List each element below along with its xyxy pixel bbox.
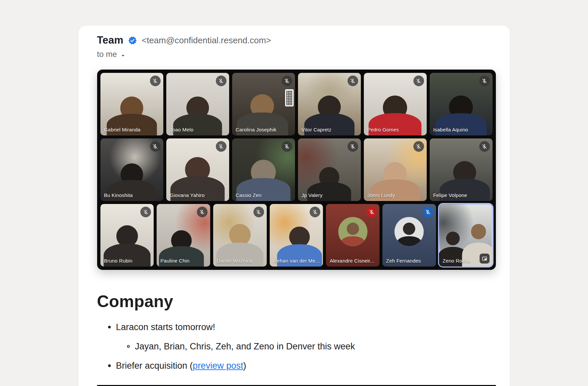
chevron-down-icon — [120, 52, 126, 58]
participant-tile[interactable]: Cassio Zen — [232, 138, 295, 201]
participant-name: Bruno Rubin — [104, 258, 133, 264]
bullet-list: Laracon starts tomorrow! Jayan, Brian, C… — [97, 321, 496, 372]
sender-name: Team — [97, 34, 123, 46]
participant-name: Carolina Josephik — [236, 127, 277, 132]
participant-tile[interactable]: Danilo Woznica — [213, 204, 267, 267]
bullet-marker-circle — [127, 345, 130, 348]
sender-email: <team@confidential.resend.com> — [142, 35, 271, 46]
grid-row: Bruno Rubin Pauline Chin Danilo Woznica … — [100, 204, 493, 267]
participant-name: Jp Valery — [302, 192, 323, 198]
mic-muted-icon — [253, 207, 264, 217]
participant-tile[interactable]: Zeno Rocha — [439, 204, 493, 267]
participant-tile[interactable]: Jonni Lundy — [364, 138, 427, 201]
mic-muted-icon — [150, 76, 161, 86]
avatar-torso — [397, 236, 421, 246]
preview-post-link[interactable]: preview post — [193, 361, 243, 371]
participant-tile[interactable]: Bu Kinoshita — [100, 138, 163, 201]
avatar — [338, 217, 368, 246]
verified-badge-icon — [128, 36, 137, 45]
participant-name: Pedro Gomes — [368, 127, 399, 132]
mic-muted-icon — [282, 76, 292, 86]
grid-row: Bu Kinoshita Giovana Yahiro Cassio Zen J… — [100, 138, 493, 201]
recipient-label: to me — [97, 50, 117, 59]
participant-name: Bu Kinoshita — [104, 192, 133, 198]
participant-tile[interactable]: Vitor Capretz — [298, 73, 361, 135]
participant-name: Rehan van der Me... — [273, 258, 320, 264]
mic-muted-icon — [479, 141, 490, 152]
bullet-laracon: Laracon starts tomorrow! — [97, 321, 496, 333]
participant-tile[interactable]: Carolina Josephik — [232, 73, 295, 135]
recipient-dropdown[interactable]: to me — [97, 50, 126, 59]
email-card: Team <team@confidential.resend.com> to m… — [78, 26, 510, 386]
participant-tile[interactable]: Rehan van der Me... — [270, 204, 323, 267]
mic-muted-icon — [216, 141, 226, 152]
mic-muted-icon — [413, 76, 424, 86]
participant-name: Gabriel Miranda — [104, 127, 141, 132]
mic-muted-icon — [216, 76, 226, 86]
participant-name: Zeh Fernandes — [386, 258, 421, 264]
participant-tile[interactable]: Bruno Rubin — [100, 204, 154, 267]
qr-code — [285, 89, 294, 106]
avatar-torso — [341, 236, 365, 246]
mic-muted-icon — [413, 141, 424, 152]
participant-name: Cassio Zen — [236, 192, 262, 198]
mic-muted-icon — [479, 76, 490, 86]
bullet-marker — [108, 326, 111, 328]
bullet-denver: Jayan, Brian, Chris, Zeh, and Zeno in De… — [97, 340, 496, 352]
participant-tile[interactable]: Pauline Chin — [157, 204, 210, 267]
avatar — [394, 217, 424, 246]
mic-muted-icon — [423, 207, 433, 217]
participant-name: Jonni Lundy — [368, 192, 395, 198]
bullet-text: Jayan, Brian, Chris, Zeh, and Zeno in De… — [135, 340, 355, 352]
participant-name: Zeno Rocha — [443, 258, 471, 264]
section-heading: Company — [97, 292, 496, 311]
participant-tile[interactable]: Joao Melo — [166, 73, 229, 135]
bullet-text: Briefer acquisition (preview post) — [116, 360, 246, 372]
participant-tile[interactable]: Isabella Aquino — [430, 73, 493, 135]
avatar-head — [347, 223, 359, 235]
video-call-grid[interactable]: Gabriel Miranda Joao Melo Carolina Josep… — [97, 70, 496, 270]
participant-tile[interactable]: Felipe Volpone — [430, 138, 493, 201]
mic-muted-icon — [140, 207, 151, 217]
participant-name: Joao Melo — [170, 127, 194, 132]
email-header: Team <team@confidential.resend.com> — [97, 34, 496, 46]
grid-row: Gabriel Miranda Joao Melo Carolina Josep… — [100, 73, 493, 135]
participant-name: Alexandre Cisneir... — [330, 258, 374, 264]
participant-tile[interactable]: Zeh Fernandes — [382, 204, 436, 267]
mic-muted-icon — [348, 141, 358, 152]
mic-muted-icon — [197, 207, 208, 217]
mic-muted-icon — [150, 141, 161, 152]
picture-in-picture-icon — [480, 254, 490, 264]
bullet-briefer: Briefer acquisition (preview post) — [97, 360, 496, 372]
participant-name: Felipe Volpone — [433, 192, 467, 198]
participant-name: Giovana Yahiro — [170, 192, 205, 198]
bullet-text: Laracon starts tomorrow! — [116, 321, 216, 333]
bullet-marker — [108, 364, 111, 367]
mic-muted-icon — [282, 141, 292, 152]
participant-name: Pauline Chin — [160, 258, 189, 264]
participant-tile[interactable]: Alexandre Cisneir... — [326, 204, 379, 267]
mic-muted-icon — [366, 207, 377, 217]
avatar-head — [403, 223, 415, 235]
participant-tile[interactable]: Pedro Gomes — [364, 73, 427, 135]
participant-tile[interactable]: Jp Valery — [298, 138, 361, 201]
participant-name: Isabella Aquino — [433, 127, 468, 132]
participant-tile[interactable]: Gabriel Miranda — [100, 73, 163, 135]
mic-muted-icon — [348, 76, 358, 86]
participant-name: Vitor Capretz — [302, 127, 332, 132]
participant-tile[interactable]: Giovana Yahiro — [166, 138, 229, 201]
participant-name: Danilo Woznica — [217, 258, 252, 264]
